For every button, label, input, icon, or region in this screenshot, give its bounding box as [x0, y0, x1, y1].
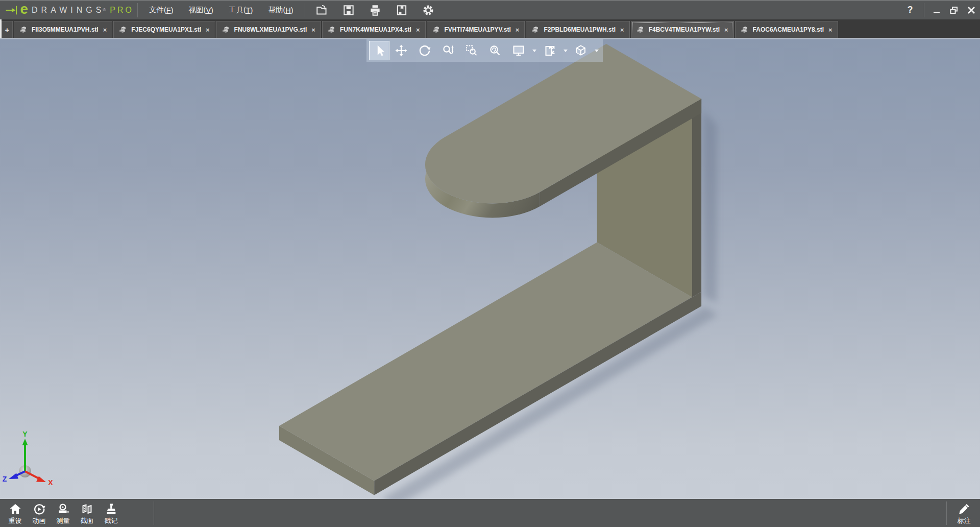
- cursor-arrow-icon: [373, 44, 386, 57]
- tab-7-active[interactable]: F4BCV4TMEUA1PYW.stl ×: [631, 21, 734, 38]
- viewport-3d[interactable]: Y X Z: [0, 39, 980, 499]
- tab-8[interactable]: FAOC6ACMEUA1PY8.stl ×: [735, 21, 838, 38]
- app-logo: e DRAWINGS ® PRO: [0, 1, 134, 19]
- stamp-icon: [105, 502, 118, 516]
- axis-label-z: Z: [3, 475, 7, 483]
- tab-label: FII3O5MMEUA1PVH.stl: [32, 26, 99, 33]
- part-file-icon: [19, 26, 28, 33]
- tab-close-icon[interactable]: ×: [416, 26, 420, 34]
- menu-help[interactable]: 帮助(H): [260, 1, 301, 19]
- stamp-button[interactable]: 戳记: [99, 501, 123, 525]
- reset-button[interactable]: 重设: [3, 501, 27, 525]
- full-screen-button[interactable]: [507, 40, 530, 61]
- save-button[interactable]: [338, 2, 359, 18]
- part-file-icon: [222, 26, 231, 33]
- minimize-button[interactable]: [928, 3, 945, 18]
- view-orientation-button[interactable]: [569, 40, 593, 61]
- tab-close-icon[interactable]: ×: [516, 26, 520, 34]
- zoom-area-icon: [465, 44, 478, 57]
- restore-icon: [949, 5, 959, 15]
- wall-front-edge-face[interactable]: [692, 99, 701, 298]
- part-file-icon: [119, 26, 128, 33]
- tab-close-icon[interactable]: ×: [311, 26, 315, 34]
- file-tab-bar: + FII3O5MMEUA1PVH.stl × FJEC6QYMEUA1PX1.…: [0, 19, 980, 38]
- zoom-area-tool-button[interactable]: [460, 40, 483, 61]
- publish-icon: [395, 4, 408, 17]
- axis-label-y: Y: [22, 430, 28, 438]
- views-icon: [543, 44, 556, 57]
- tab-close-icon[interactable]: ×: [103, 26, 107, 34]
- tab-close-icon[interactable]: ×: [206, 26, 210, 34]
- tab-close-icon[interactable]: ×: [724, 26, 728, 34]
- bottombar-separator: [946, 501, 947, 525]
- menu-file[interactable]: 文件(F): [141, 1, 181, 19]
- close-button[interactable]: [963, 3, 980, 18]
- help-button[interactable]: ?: [900, 5, 920, 15]
- minimize-icon: [932, 6, 941, 15]
- gear-icon: [422, 4, 435, 17]
- axis-triad: Y X Z: [3, 430, 54, 487]
- tab-5[interactable]: FVHTI74MEUA1PYV.stl ×: [427, 21, 525, 38]
- full-screen-dropdown[interactable]: [530, 40, 538, 61]
- cube-icon: [574, 44, 587, 57]
- markup-button[interactable]: 标注: [952, 501, 976, 525]
- tab-label: FNU8WLXMEUA1PVG.stl: [234, 26, 307, 33]
- bottombar-right-group: 标注: [946, 499, 980, 527]
- drawing-views-dropdown[interactable]: [561, 40, 569, 61]
- view-toolbar: [366, 39, 603, 62]
- new-tab-button[interactable]: +: [2, 21, 13, 38]
- tab-label: FAOC6ACMEUA1PY8.stl: [753, 26, 824, 33]
- rotate-tool-button[interactable]: [413, 40, 436, 61]
- tab-2[interactable]: FJEC6QYMEUA1PX1.stl ×: [113, 21, 215, 38]
- menu-view[interactable]: 视图(V): [181, 1, 221, 19]
- monitor-icon: [512, 44, 525, 57]
- pan-arrows-icon: [395, 44, 408, 57]
- brand-registered-mark: ®: [103, 8, 106, 12]
- close-icon: [966, 5, 976, 15]
- titlebar-separator: [305, 3, 305, 17]
- select-tool-button[interactable]: [369, 41, 389, 60]
- model-3d-bracket[interactable]: Y X Z: [0, 39, 980, 499]
- drawing-views-button[interactable]: [538, 40, 561, 61]
- section-icon: [81, 502, 94, 516]
- publish-button[interactable]: [391, 2, 412, 18]
- tab-4[interactable]: FUN7K4WMEUA1PX4.stl ×: [322, 21, 426, 38]
- tab-close-icon[interactable]: ×: [828, 26, 832, 34]
- window-controls: ?: [900, 1, 980, 19]
- view-orientation-dropdown[interactable]: [593, 40, 600, 61]
- print-button[interactable]: [364, 2, 386, 18]
- tab-label: FJEC6QYMEUA1PX1.stl: [131, 26, 201, 33]
- tab-1[interactable]: FII3O5MMEUA1PVH.stl ×: [14, 21, 112, 38]
- titlebar-separator: [137, 3, 138, 17]
- tab-label: F4BCV4TMEUA1PYW.stl: [649, 26, 720, 33]
- edrawings-arrow-icon: [5, 3, 19, 17]
- part-file-icon: [328, 26, 336, 33]
- open-button[interactable]: [311, 2, 333, 18]
- tab-6[interactable]: F2PBLD6MEUA1PWH.stl ×: [526, 21, 629, 38]
- measure-button[interactable]: 测量: [51, 501, 75, 525]
- animation-icon: [33, 502, 46, 516]
- part-file-icon: [741, 26, 749, 33]
- animation-button[interactable]: 动画: [27, 501, 51, 525]
- pencil-icon: [958, 502, 971, 516]
- tab-3[interactable]: FNU8WLXMEUA1PVG.stl ×: [216, 21, 321, 38]
- zoom-in-out-icon: [442, 44, 455, 57]
- restore-button[interactable]: [945, 3, 963, 18]
- save-icon: [342, 4, 355, 17]
- bottom-toolbar: 重设 动画 测量 截面: [0, 499, 980, 527]
- zoom-fit-tool-button[interactable]: [483, 40, 507, 61]
- bottombar-separator: [154, 501, 154, 525]
- tab-close-icon[interactable]: ×: [620, 26, 624, 34]
- brand-e: e: [20, 1, 28, 17]
- rotate-icon: [418, 44, 431, 57]
- measure-icon: [57, 502, 70, 516]
- menu-tools[interactable]: 工具(T): [221, 1, 261, 19]
- titlebar: e DRAWINGS ® PRO 文件(F) 视图(V) 工具(T) 帮助(H): [0, 0, 980, 19]
- section-button[interactable]: 截面: [75, 501, 99, 525]
- part-file-icon: [531, 26, 540, 33]
- titlebar-separator: [924, 3, 924, 17]
- pan-tool-button[interactable]: [389, 40, 413, 61]
- options-button[interactable]: [418, 2, 439, 18]
- part-file-icon: [636, 26, 645, 33]
- zoom-tool-button[interactable]: [436, 40, 460, 61]
